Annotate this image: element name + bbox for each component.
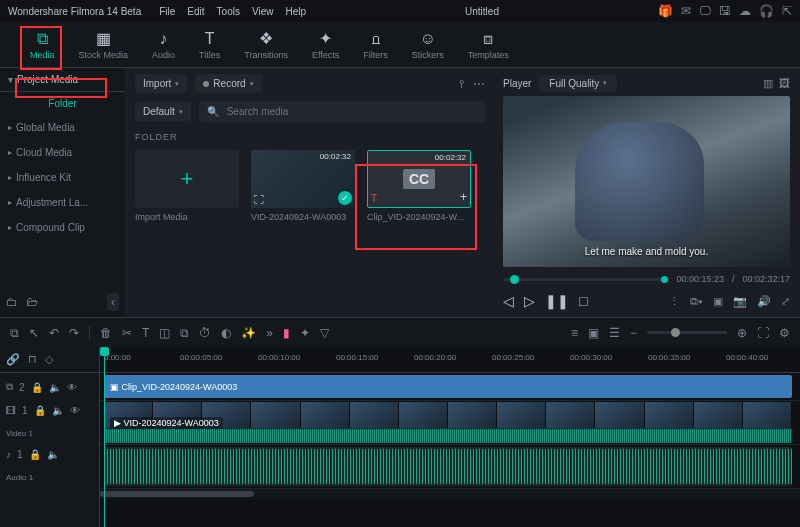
thumb-import-media[interactable]: + Import Media <box>135 150 239 222</box>
thumb-cc-clip[interactable]: 00:02:32 CC T + Clip_VID-20240924-W... <box>367 150 471 222</box>
tab-titles[interactable]: TTitles <box>187 26 232 64</box>
save-icon[interactable]: 🖫 <box>719 4 731 18</box>
link-icon[interactable]: 🔗 <box>6 353 20 366</box>
gift-icon[interactable]: 🎁 <box>658 4 673 18</box>
sidebar-item-global-media[interactable]: ▸Global Media <box>0 115 125 140</box>
speed-icon[interactable]: ⏱ <box>199 326 211 340</box>
ai-icon[interactable]: ✨ <box>241 326 256 340</box>
tab-filters[interactable]: ⩍Filters <box>351 26 400 64</box>
cloud-icon[interactable]: ☁ <box>739 4 751 18</box>
message-icon[interactable]: ✉ <box>681 4 691 18</box>
sidebar-item-cloud-media[interactable]: ▸Cloud Media <box>0 140 125 165</box>
tab-transitions[interactable]: ❖Transitions <box>232 25 300 64</box>
track-cc[interactable]: ▣ Clip_VID-20240924-WA0003 <box>100 373 800 401</box>
mute-icon[interactable]: 🔈 <box>52 405 64 416</box>
timeline-scrollbar-thumb[interactable] <box>100 491 254 497</box>
menu-view[interactable]: View <box>252 6 274 17</box>
transport-more-icon[interactable]: ⋮ <box>669 295 680 308</box>
marker-icon[interactable]: ▽ <box>320 326 329 340</box>
filter-icon[interactable]: ⫯ <box>459 77 465 91</box>
tab-templates[interactable]: ⧈Templates <box>456 26 521 64</box>
timeline-settings-icon[interactable]: ⚙ <box>779 326 790 340</box>
redo-icon[interactable]: ↷ <box>69 326 79 340</box>
clip-cc[interactable]: ▣ Clip_VID-20240924-WA0003 <box>104 375 792 398</box>
zoom-fit-icon[interactable]: ⛶ <box>757 326 769 340</box>
preview-viewport[interactable]: Let me make and mold you. <box>503 96 790 267</box>
timeline-scrollbar[interactable] <box>100 489 800 499</box>
smart-tool-icon[interactable]: ✦ <box>300 326 310 340</box>
play-button[interactable]: ▷ <box>524 293 535 309</box>
export-icon[interactable]: ⇱ <box>782 4 792 18</box>
scrub-thumb[interactable] <box>510 275 519 284</box>
view-icon[interactable]: ☰ <box>609 326 620 340</box>
lock-icon[interactable]: 🔒 <box>34 405 46 416</box>
snapshot-icon[interactable]: 🖼 <box>779 77 790 90</box>
eye-icon[interactable]: 👁 <box>70 405 80 416</box>
zoom-in-icon[interactable]: ⊕ <box>737 326 747 340</box>
import-button[interactable]: Import▾ <box>135 74 187 93</box>
tool-selection-icon[interactable]: ⧉ <box>10 326 19 340</box>
track-video1[interactable]: ▶ VID-20240924-WA0003 <box>100 401 800 445</box>
more-icon[interactable]: ⋯ <box>473 77 485 91</box>
undo-icon[interactable]: ↶ <box>49 326 59 340</box>
eye-icon[interactable]: 👁 <box>67 382 77 393</box>
menu-file[interactable]: File <box>159 6 175 17</box>
pause-button[interactable]: ❚❚ <box>545 293 569 309</box>
tab-stock-media[interactable]: ▦Stock Media <box>67 25 141 64</box>
split-icon[interactable]: ✂ <box>122 326 132 340</box>
monitor-icon[interactable]: 🖵 <box>699 4 711 18</box>
safe-zone-icon[interactable]: ▣ <box>713 295 723 308</box>
track-head-audio1[interactable]: ♪1 🔒 🔈 Audio 1 <box>0 445 99 489</box>
track-head-cc[interactable]: ⧉2 🔒 🔈 👁 <box>0 373 99 401</box>
playhead[interactable] <box>104 347 105 527</box>
clip-video[interactable]: ▶ VID-20240924-WA0003 <box>104 402 792 443</box>
mixer-icon[interactable]: ≡ <box>571 326 578 340</box>
track-head-video1[interactable]: 🎞1 🔒 🔈 👁 Video 1 <box>0 401 99 445</box>
tab-stickers[interactable]: ☺Stickers <box>400 26 456 64</box>
record-button[interactable]: Record▾ <box>195 74 261 93</box>
text-tool-icon[interactable]: T <box>142 326 149 340</box>
sidebar-item-influence-kit[interactable]: ▸Influence Kit <box>0 165 125 190</box>
sidebar-item-compound-clip[interactable]: ▸Compound Clip <box>0 215 125 240</box>
menu-tools[interactable]: Tools <box>217 6 240 17</box>
stop-button[interactable]: □ <box>579 293 587 309</box>
sort-default-button[interactable]: Default▾ <box>135 102 191 121</box>
zoom-slider[interactable] <box>647 331 727 334</box>
timeline-tracks[interactable]: 0:00:00 00:00:05:00 00:00:10:00 00:00:15… <box>100 347 800 527</box>
copy-icon[interactable]: ⧉ <box>180 326 189 340</box>
new-bin-icon[interactable]: 🗁 <box>26 295 38 309</box>
ai-badge-icon[interactable]: ▮ <box>283 326 290 340</box>
fullscreen-icon[interactable]: ⤢ <box>781 295 790 308</box>
aspect-icon[interactable]: ⧉▾ <box>690 295 703 308</box>
color-icon[interactable]: ◐ <box>221 326 231 340</box>
search-input-wrapper[interactable]: 🔍 <box>199 101 485 122</box>
lock-icon[interactable]: 🔒 <box>29 449 41 460</box>
menu-edit[interactable]: Edit <box>187 6 204 17</box>
time-ruler[interactable]: 0:00:00 00:00:05:00 00:00:10:00 00:00:15… <box>100 347 800 373</box>
lock-icon[interactable]: 🔒 <box>31 382 43 393</box>
search-input[interactable] <box>225 105 477 118</box>
menu-help[interactable]: Help <box>285 6 306 17</box>
sidebar-folder[interactable]: Folder <box>0 92 125 115</box>
render-icon[interactable]: ▣ <box>588 326 599 340</box>
marker-add-icon[interactable]: ◇ <box>45 353 53 366</box>
track-audio1[interactable] <box>100 445 800 489</box>
crop-icon[interactable]: ◫ <box>159 326 170 340</box>
magnet-icon[interactable]: ⊓ <box>28 353 37 366</box>
compare-icon[interactable]: ▥ <box>763 77 773 90</box>
sidebar-project-media[interactable]: ▾Project Media <box>0 68 125 92</box>
prev-frame-button[interactable]: ◁ <box>503 293 514 309</box>
delete-icon[interactable]: 🗑 <box>100 326 112 340</box>
new-folder-icon[interactable]: 🗀 <box>6 295 18 309</box>
collapse-sidebar-icon[interactable]: ‹ <box>107 293 119 311</box>
scrub-slider[interactable] <box>503 278 668 281</box>
thumb-video-clip[interactable]: 00:02:32 ⛶ ✓ VID-20240924-WA0003 <box>251 150 355 222</box>
zoom-out-icon[interactable]: − <box>630 326 637 340</box>
tab-media[interactable]: ⧉Media <box>18 26 67 64</box>
tab-audio[interactable]: ♪Audio <box>140 26 187 64</box>
snapshot-button[interactable]: 📷 <box>733 295 747 308</box>
headset-icon[interactable]: 🎧 <box>759 4 774 18</box>
mute-icon[interactable]: 🔈 <box>49 382 61 393</box>
tool-pointer-icon[interactable]: ↖ <box>29 326 39 340</box>
more-tools-icon[interactable]: » <box>266 326 273 340</box>
